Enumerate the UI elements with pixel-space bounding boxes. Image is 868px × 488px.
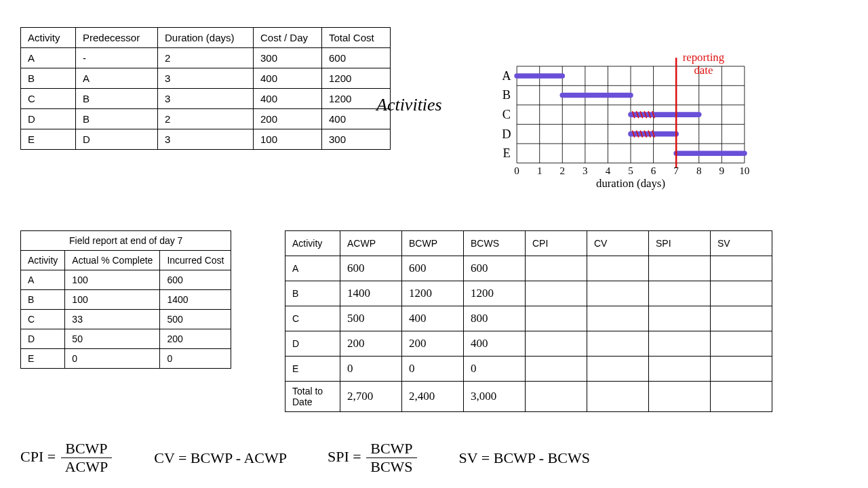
t1-h2: Duration (days) bbox=[158, 28, 254, 48]
t3-header: Activity bbox=[285, 231, 340, 256]
t1-cell: B bbox=[21, 68, 76, 89]
t3-cell: 1200 bbox=[464, 281, 526, 306]
t3-cell: 600 bbox=[402, 256, 464, 281]
svg-text:4: 4 bbox=[606, 165, 611, 176]
t3-cell: 0 bbox=[402, 357, 464, 382]
svg-text:8: 8 bbox=[696, 165, 702, 176]
t1-cell: 300 bbox=[254, 48, 322, 68]
t3-cell: 3,000 bbox=[464, 382, 526, 412]
t1-cell: - bbox=[76, 48, 158, 68]
t1-cell: 400 bbox=[254, 68, 322, 89]
t3-cell: 600 bbox=[340, 256, 402, 281]
t3-cell: 800 bbox=[464, 306, 526, 331]
svg-text:2: 2 bbox=[560, 165, 566, 176]
t3-cell: 600 bbox=[464, 256, 526, 281]
t1-h1: Predecessor bbox=[76, 28, 158, 48]
t3-cell bbox=[649, 256, 711, 281]
t1-cell: E bbox=[21, 129, 76, 150]
svg-text:duration (days): duration (days) bbox=[596, 177, 665, 190]
t1-cell: A bbox=[21, 48, 76, 68]
t3-cell bbox=[587, 357, 649, 382]
t1-cell: A bbox=[76, 68, 158, 89]
t3-cell: 200 bbox=[402, 331, 464, 357]
t3-cell bbox=[649, 357, 711, 382]
t3-header: SPI bbox=[649, 231, 711, 256]
t3-cell bbox=[711, 357, 772, 382]
sv-formula: SV = BCWP - BCWS bbox=[459, 449, 590, 467]
svg-text:A: A bbox=[502, 69, 511, 83]
t1-cell: 200 bbox=[254, 109, 322, 129]
t1-cell: 2 bbox=[158, 109, 254, 129]
t3-cell: E bbox=[285, 357, 340, 382]
t2-cell: 33 bbox=[65, 310, 160, 329]
t1-cell: 1200 bbox=[322, 68, 391, 89]
t3-cell bbox=[526, 306, 587, 331]
svg-text:7: 7 bbox=[673, 165, 679, 176]
t1-cell: 3 bbox=[158, 129, 254, 150]
svg-text:D: D bbox=[502, 127, 511, 141]
svg-text:10: 10 bbox=[739, 165, 749, 176]
t2-cell: E bbox=[21, 349, 65, 369]
field-report-table: Field report at end of day 7 Activity Ac… bbox=[20, 230, 231, 369]
t2-cell: D bbox=[21, 329, 65, 349]
svg-text:date: date bbox=[694, 64, 713, 77]
t3-cell bbox=[649, 382, 711, 412]
t2-cell: 600 bbox=[160, 270, 231, 290]
t3-cell bbox=[587, 306, 649, 331]
t1-cell: D bbox=[21, 109, 76, 129]
svg-text:E: E bbox=[502, 146, 510, 160]
t3-cell: Total to Date bbox=[285, 382, 340, 412]
t3-cell: B bbox=[285, 281, 340, 306]
t3-cell bbox=[587, 331, 649, 357]
svg-text:reporting: reporting bbox=[683, 51, 725, 64]
t3-cell: 400 bbox=[464, 331, 526, 357]
t2-h1: Actual % Complete bbox=[65, 251, 160, 270]
t3-cell bbox=[587, 256, 649, 281]
t3-cell bbox=[711, 382, 772, 412]
svg-text:3: 3 bbox=[583, 165, 588, 176]
t1-cell: B bbox=[76, 109, 158, 129]
t1-h4: Total Cost bbox=[322, 28, 391, 48]
t3-cell: C bbox=[285, 306, 340, 331]
t3-cell: 400 bbox=[402, 306, 464, 331]
earned-value-table: ActivityACWPBCWPBCWSCPICVSPISV A60060060… bbox=[285, 230, 772, 412]
svg-text:9: 9 bbox=[719, 165, 725, 176]
t3-cell bbox=[711, 331, 772, 357]
t2-title: Field report at end of day 7 bbox=[21, 231, 231, 251]
t1-cell: 2 bbox=[158, 48, 254, 68]
svg-text:0: 0 bbox=[514, 165, 519, 176]
t3-cell bbox=[711, 306, 772, 331]
t3-cell bbox=[711, 281, 772, 306]
gantt-chart: ABCDEreportingdate012345678910duration (… bbox=[468, 41, 793, 200]
t3-header: BCWP bbox=[402, 231, 464, 256]
t3-cell: 1400 bbox=[340, 281, 402, 306]
t1-h0: Activity bbox=[21, 28, 76, 48]
t3-header: BCWS bbox=[464, 231, 526, 256]
activities-label: Activities bbox=[376, 95, 442, 115]
t3-cell: 0 bbox=[464, 357, 526, 382]
t2-cell: 100 bbox=[65, 290, 160, 310]
t2-cell: 0 bbox=[160, 349, 231, 369]
t3-header: SV bbox=[711, 231, 772, 256]
t2-cell: 200 bbox=[160, 329, 231, 349]
svg-text:6: 6 bbox=[651, 165, 656, 176]
t3-cell bbox=[526, 281, 587, 306]
t3-cell bbox=[649, 281, 711, 306]
t3-cell bbox=[526, 382, 587, 412]
t2-cell: B bbox=[21, 290, 65, 310]
t2-cell: 50 bbox=[65, 329, 160, 349]
cpi-formula: CPI = BCWPACWP bbox=[20, 440, 113, 476]
t3-cell: 2,400 bbox=[402, 382, 464, 412]
t1-cell: D bbox=[76, 129, 158, 150]
t2-h2: Incurred Cost bbox=[160, 251, 231, 270]
t2-cell: A bbox=[21, 270, 65, 290]
t3-cell: 2,700 bbox=[340, 382, 402, 412]
t2-cell: 0 bbox=[65, 349, 160, 369]
cv-formula: CV = BCWP - ACWP bbox=[154, 449, 287, 467]
t3-cell: 1200 bbox=[402, 281, 464, 306]
t1-cell: C bbox=[21, 89, 76, 109]
svg-text:1: 1 bbox=[537, 165, 542, 176]
t1-h3: Cost / Day bbox=[254, 28, 322, 48]
t2-h0: Activity bbox=[21, 251, 65, 270]
t3-cell bbox=[649, 306, 711, 331]
